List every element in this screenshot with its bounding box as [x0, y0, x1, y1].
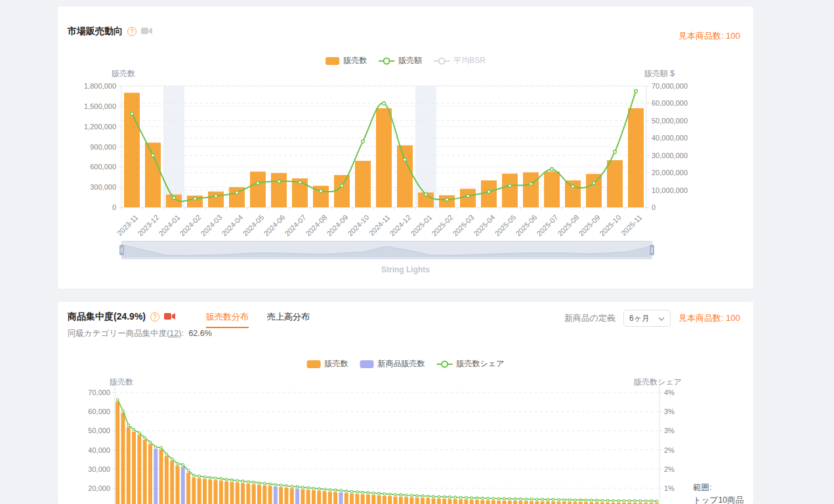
svg-text:30,000,000: 30,000,000	[652, 152, 688, 159]
legend-label: 平均BSR	[453, 55, 486, 66]
svg-text:2025-01: 2025-01	[409, 213, 433, 238]
new-product-period-select[interactable]: 6ヶ月	[623, 310, 671, 327]
concentration-label-end: ):	[178, 329, 184, 338]
svg-text:2025-11: 2025-11	[619, 213, 643, 237]
panel2-legend: 販売数新商品販売数販売数シェア	[307, 358, 505, 369]
svg-text:2%: 2%	[664, 465, 675, 473]
left-axis-title: 販売数	[98, 377, 144, 388]
svg-text:2025-09: 2025-09	[577, 213, 601, 238]
svg-text:3%: 3%	[664, 427, 675, 434]
svg-text:60,000,000: 60,000,000	[652, 99, 688, 107]
help-icon[interactable]: ?	[150, 312, 159, 322]
svg-text:0: 0	[652, 203, 656, 211]
svg-text:2025-08: 2025-08	[556, 213, 580, 238]
svg-text:0: 0	[112, 203, 116, 211]
date-range-brush[interactable]	[121, 241, 652, 259]
svg-text:2024-02: 2024-02	[178, 213, 202, 238]
panel1-header: 市場販売動向 ?	[68, 26, 152, 37]
svg-text:2024-11: 2024-11	[367, 213, 391, 237]
range-note: 範囲: トップ10商品	[693, 482, 743, 504]
category-footer-label: String Lights	[58, 265, 753, 274]
svg-text:2024-04: 2024-04	[220, 213, 244, 238]
brush-handle-left[interactable]	[119, 245, 124, 255]
panel1-legend: 販売数販売額平均BSR	[325, 55, 486, 66]
svg-text:1%: 1%	[664, 484, 675, 492]
svg-text:2023-11: 2023-11	[115, 213, 139, 237]
svg-text:50,000,000: 50,000,000	[652, 117, 688, 125]
panel2-title: 商品集中度(24.9%)	[68, 311, 146, 323]
svg-text:2024-03: 2024-03	[199, 213, 223, 238]
legend-label: 販売額	[398, 55, 422, 66]
svg-text:1,800,000: 1,800,000	[84, 82, 116, 90]
svg-text:2024-09: 2024-09	[325, 213, 349, 238]
select-value: 6ヶ月	[629, 313, 650, 324]
svg-text:40,000,000: 40,000,000	[652, 134, 688, 142]
concentration-value: 62.6%	[188, 329, 211, 338]
left-axis-title: 販売数	[97, 68, 150, 79]
svg-text:2025-05: 2025-05	[493, 213, 517, 238]
svg-text:1,200,000: 1,200,000	[84, 123, 116, 131]
svg-text:70,000,000: 70,000,000	[652, 82, 688, 90]
svg-text:70,000: 70,000	[88, 388, 110, 396]
svg-text:3%: 3%	[664, 408, 675, 415]
svg-text:2025-10: 2025-10	[598, 213, 622, 238]
svg-text:40,000: 40,000	[88, 446, 110, 454]
svg-text:4%: 4%	[664, 388, 675, 396]
new-product-definition-label: 新商品の定義	[564, 312, 615, 324]
svg-text:2024-08: 2024-08	[304, 213, 328, 238]
help-icon[interactable]: ?	[127, 27, 136, 36]
svg-text:2025-02: 2025-02	[430, 213, 454, 238]
legend-line-marker	[379, 60, 394, 62]
legend-label: 販売数	[343, 55, 367, 66]
distribution-tabs: 販売数分布 売上高分布	[206, 311, 310, 323]
tab-revenue-distribution[interactable]: 売上高分布	[267, 311, 310, 328]
svg-text:30,000: 30,000	[88, 465, 110, 473]
panel1-title: 市場販売動向	[68, 26, 123, 37]
svg-text:2%: 2%	[664, 446, 675, 454]
svg-text:10,000,000: 10,000,000	[652, 186, 688, 194]
legend-swatch	[360, 360, 374, 368]
legend-item-amount[interactable]: 販売額	[379, 55, 422, 66]
svg-text:2025-07: 2025-07	[535, 213, 559, 238]
video-camera-icon[interactable]	[164, 311, 175, 323]
concentration-link[interactable]: 12	[169, 329, 178, 338]
legend-line-marker	[434, 60, 449, 62]
panel2-header: 商品集中度(24.9%) ? 販売数分布 売上高分布	[68, 311, 310, 323]
market-sales-trend-panel: 0300,000600,000900,0001,200,0001,500,000…	[58, 7, 753, 289]
legend-item-units[interactable]: 販売数	[307, 358, 348, 369]
legend-line-marker	[437, 364, 453, 365]
svg-text:60,000: 60,000	[88, 408, 110, 415]
svg-text:2024-06: 2024-06	[262, 213, 286, 238]
category-concentration-line: 同級カテゴリー商品集中度(12): 62.6%	[68, 328, 212, 339]
sellersprite-market-analysis-page: { "panel1": { "title": "市場販売動向", "sample…	[0, 0, 834, 504]
svg-text:900,000: 900,000	[90, 143, 116, 151]
right-axis-title: 販売額 $	[630, 68, 689, 79]
video-camera-icon[interactable]	[141, 26, 152, 37]
brush-handle-right[interactable]	[650, 245, 654, 255]
chevron-down-icon	[658, 314, 665, 323]
svg-text:2024-07: 2024-07	[283, 213, 307, 238]
svg-text:300,000: 300,000	[90, 183, 116, 191]
legend-item-share[interactable]: 販売数シェア	[437, 358, 505, 369]
legend-label: 販売数	[325, 358, 348, 369]
svg-text:2023-12: 2023-12	[136, 213, 160, 238]
svg-text:2024-12: 2024-12	[388, 213, 412, 238]
svg-text:2025-06: 2025-06	[514, 213, 538, 238]
svg-text:600,000: 600,000	[90, 163, 116, 171]
legend-label: 販売数シェア	[457, 358, 505, 369]
svg-text:2025-03: 2025-03	[451, 213, 475, 238]
svg-text:1,500,000: 1,500,000	[84, 102, 116, 110]
panel2-controls: 新商品の定義 6ヶ月 見本商品数: 100	[564, 310, 740, 327]
legend-item-units[interactable]: 販売数	[325, 55, 367, 66]
legend-item-bsr[interactable]: 平均BSR	[434, 55, 486, 66]
svg-text:50,000: 50,000	[88, 427, 110, 434]
svg-text:20,000: 20,000	[88, 484, 110, 492]
legend-item-new-units[interactable]: 新商品販売数	[360, 358, 425, 369]
svg-text:2024-05: 2024-05	[241, 213, 265, 238]
concentration-label: 同級カテゴリー商品集中度(	[68, 329, 169, 338]
range-value: トップ10商品	[693, 494, 743, 504]
legend-swatch	[325, 57, 339, 65]
sample-product-count: 見本商品数: 100	[678, 30, 740, 42]
tab-sales-count-distribution[interactable]: 販売数分布	[206, 311, 249, 328]
right-axis-title: 販売数シェア	[634, 377, 706, 388]
